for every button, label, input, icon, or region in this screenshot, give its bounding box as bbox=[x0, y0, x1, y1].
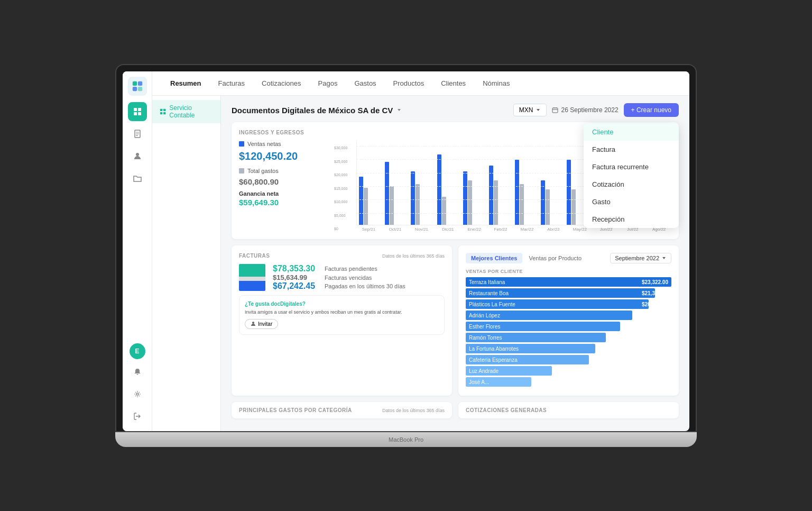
svg-rect-6 bbox=[134, 112, 137, 115]
page-content: Documentos Digitales de México SA de CV … bbox=[221, 96, 689, 431]
client-value: $13,989.00 bbox=[642, 357, 668, 363]
tab-mejores-clientes[interactable]: Mejores Clientes bbox=[466, 253, 522, 263]
client-bar-wrap: Cafetería Esperanza$13,989.00 bbox=[466, 355, 671, 364]
client-bar-wrap: Plásticos La Fuente$20,945.00 bbox=[466, 299, 671, 309]
bar-vencidas bbox=[239, 277, 265, 280]
bar-group bbox=[437, 154, 462, 225]
factura-pagadas: $67,242.45 Pagadas en los últimos 30 día… bbox=[273, 281, 445, 291]
svg-rect-5 bbox=[138, 108, 141, 111]
bar-blue bbox=[489, 166, 493, 225]
client-bar-bg: Cafetería Esperanza$13,989.00 bbox=[466, 355, 589, 364]
client-bar-bg: José A...$7,450.00 bbox=[466, 377, 531, 387]
sidebar-icon-people[interactable] bbox=[128, 147, 147, 166]
client-bar-row: Ramón Torres$15,945.00 bbox=[466, 333, 671, 342]
svg-rect-15 bbox=[163, 109, 165, 111]
top-nav: Resumen Facturas Cotizaciones Pagos Gast… bbox=[152, 71, 689, 96]
client-bar-row: Esther Flores$17,600.00 bbox=[466, 322, 671, 331]
client-bar-bg: Esther Flores$17,600.00 bbox=[466, 322, 620, 331]
client-value: $20,945.00 bbox=[642, 302, 668, 307]
client-bar-row: Luz Andrade$9,839.00 bbox=[466, 366, 671, 376]
bar-group bbox=[385, 162, 409, 225]
service-sidebar-contable[interactable]: Servicio Contable bbox=[152, 100, 220, 123]
bar-gray bbox=[494, 180, 498, 225]
dropdown-item-cotizacion[interactable]: Cotización bbox=[584, 176, 679, 193]
client-value: $15,945.00 bbox=[642, 335, 668, 341]
tab-resumen[interactable]: Resumen bbox=[163, 77, 209, 89]
client-value: $9,839.00 bbox=[645, 368, 669, 374]
client-bar-row: Cafetería Esperanza$13,989.00 bbox=[466, 355, 671, 364]
sidebar-icon-dashboard[interactable] bbox=[128, 102, 147, 121]
sidebar-icon-bell[interactable] bbox=[128, 362, 147, 381]
period-selector[interactable]: Septiembre 2022 bbox=[610, 253, 671, 263]
bar-gray bbox=[364, 188, 368, 225]
client-value: $18,982.00 bbox=[642, 313, 668, 318]
bar-group bbox=[515, 160, 539, 225]
sidebar-icon-logout[interactable] bbox=[128, 407, 147, 426]
tab-gastos[interactable]: Gastos bbox=[347, 77, 383, 89]
tab-facturas[interactable]: Facturas bbox=[211, 77, 253, 89]
ventas-legend: Ventas netas bbox=[239, 141, 324, 147]
pagadas-label: Pagadas en los últimos 30 días bbox=[325, 283, 405, 289]
client-bar-row: José A...$7,450.00 bbox=[466, 377, 671, 387]
client-value: $14,667.00 bbox=[642, 346, 668, 352]
client-name: Plásticos La Fuente bbox=[469, 302, 515, 307]
bar-gray bbox=[520, 184, 524, 225]
svg-rect-7 bbox=[138, 112, 141, 115]
app-logo[interactable] bbox=[128, 77, 147, 96]
client-bar-row: La Fortuna Abarrotes$14,667.00 bbox=[466, 344, 671, 353]
client-bar-row: Terraza Italiana$23,322.00 bbox=[466, 277, 671, 287]
footer-gastos-label: PRINCIPALES GASTOS POR CATEGORÍA bbox=[239, 407, 352, 413]
bar-blue bbox=[541, 180, 545, 225]
tab-cotizaciones[interactable]: Cotizaciones bbox=[254, 77, 308, 89]
client-bar-bg: La Fortuna Abarrotes$14,667.00 bbox=[466, 344, 595, 353]
client-name: Esther Flores bbox=[469, 324, 500, 330]
facturas-chart: $78,353.30 Facturas pendientes $15,634.9… bbox=[239, 264, 445, 291]
facturas-label: FACTURAS bbox=[239, 253, 270, 259]
invite-text: Invita amigos a usar el servicio y ambos… bbox=[245, 309, 439, 316]
client-bar-bg: Plásticos La Fuente$20,945.00 bbox=[466, 299, 649, 309]
tab-productos[interactable]: Productos bbox=[386, 77, 432, 89]
dropdown-item-gasto[interactable]: Gasto bbox=[584, 193, 679, 211]
footer-cotizaciones: COTIZACIONES GENERADAS bbox=[458, 402, 679, 418]
bar-blue bbox=[411, 171, 415, 225]
tab-nominas[interactable]: Nóminas bbox=[475, 77, 517, 89]
dropdown-item-factura-recurrente[interactable]: Factura recurrente bbox=[584, 158, 679, 176]
sidebar-icon-folder[interactable] bbox=[128, 169, 147, 188]
date-display: 26 Septiembre 2022 bbox=[552, 106, 619, 114]
facturas-list: $78,353.30 Facturas pendientes $15,634.9… bbox=[273, 264, 445, 291]
main-content: Resumen Facturas Cotizaciones Pagos Gast… bbox=[152, 71, 689, 431]
dropdown-item-cliente[interactable]: Cliente bbox=[584, 123, 679, 141]
svg-rect-2 bbox=[132, 87, 136, 91]
client-bar-wrap: Ramón Torres$15,945.00 bbox=[466, 333, 671, 342]
tab-clientes[interactable]: Clientes bbox=[433, 77, 473, 89]
total-gastos-value: $60,800.90 bbox=[239, 177, 324, 186]
tab-ventas-producto[interactable]: Ventas por Producto bbox=[523, 253, 587, 263]
pendientes-label: Facturas pendientes bbox=[325, 266, 377, 272]
invite-button[interactable]: Invitar bbox=[245, 319, 278, 329]
chart-month-label: Mar/22 bbox=[515, 227, 540, 232]
dropdown-item-recepcion[interactable]: Recepción bbox=[584, 211, 679, 228]
footer-gastos-header: PRINCIPALES GASTOS POR CATEGORÍA Datos d… bbox=[239, 407, 445, 413]
currency-selector[interactable]: MXN bbox=[513, 104, 547, 116]
client-value: $21,325.00 bbox=[642, 290, 668, 296]
svg-rect-14 bbox=[160, 109, 162, 111]
sidebar-icon-settings[interactable] bbox=[128, 385, 147, 404]
section-footer: PRINCIPALES GASTOS POR CATEGORÍA Datos d… bbox=[232, 402, 679, 418]
client-bar-wrap: Restaurante Boa$21,325.00 bbox=[466, 288, 671, 298]
dropdown-item-factura[interactable]: Factura bbox=[584, 141, 679, 158]
chart-month-label: Dic/21 bbox=[436, 227, 460, 232]
tab-pagos[interactable]: Pagos bbox=[311, 77, 345, 89]
client-bar-wrap: Terraza Italiana$23,322.00 bbox=[466, 277, 671, 287]
bar-blue bbox=[385, 162, 389, 225]
client-bar-bg: Adrián López$18,982.00 bbox=[466, 311, 632, 320]
client-bar-row: Adrián López$18,982.00 bbox=[466, 311, 671, 320]
user-avatar[interactable]: E bbox=[130, 343, 145, 359]
create-new-button[interactable]: + Crear nuevo bbox=[624, 103, 679, 117]
bar-blue bbox=[567, 160, 571, 225]
ingresos-left: Ventas netas $120,450.20 Total gastos $6… bbox=[239, 141, 324, 232]
client-sales-header: Mejores Clientes Ventas por Producto Sep… bbox=[466, 253, 671, 263]
bar-pendientes bbox=[239, 264, 265, 277]
create-dropdown-menu: Cliente Factura Factura recurrente Cotiz… bbox=[584, 123, 679, 228]
client-bar-bg: Ramón Torres$15,945.00 bbox=[466, 333, 606, 342]
sidebar-icon-docs[interactable] bbox=[128, 124, 147, 143]
